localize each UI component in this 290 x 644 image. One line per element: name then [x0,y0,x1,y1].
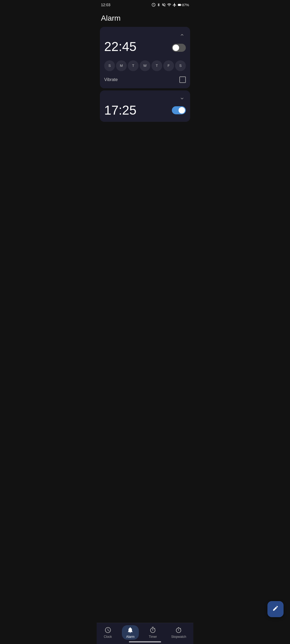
airplane-icon [172,3,177,7]
alarm-card-2: 17:25 [100,90,190,122]
alarm-2-content: 17:25 [104,103,186,118]
alarm-card-1: 22:45 S M T W T F S Vibrate [100,27,190,88]
bluetooth-icon [157,3,161,7]
alarm-2-time[interactable]: 17:25 [104,103,136,118]
alarm-2-header [104,95,186,102]
alarm-1-time[interactable]: 22:45 [104,40,136,54]
alarm-1-time-row: 22:45 [104,40,186,56]
vibrate-label: Vibrate [104,77,118,82]
alarm-1-header [104,31,186,39]
page-title: Alarm [97,10,193,27]
day-thursday[interactable]: T [151,60,162,71]
vibrate-checkbox[interactable] [179,76,186,83]
alarm-2-toggle[interactable] [172,106,186,114]
status-icons: 87% [151,3,189,7]
day-friday[interactable]: F [163,60,174,71]
day-wednesday[interactable]: W [140,60,150,71]
expand-icon[interactable] [178,95,186,102]
status-time: 12:03 [101,3,110,7]
mute-icon [162,3,166,7]
wifi-icon [167,3,171,7]
svg-rect-1 [178,4,180,6]
battery-percent: 87% [182,3,189,7]
alarm-1-days: S M T W T F S [104,60,186,71]
alarm-list: 22:45 S M T W T F S Vibrate [97,27,193,122]
alarm-1-toggle[interactable] [172,44,186,52]
alarm-2-toggle-thumb [179,107,185,114]
day-saturday[interactable]: S [175,60,186,71]
day-tuesday[interactable]: T [128,60,139,71]
status-bar: 12:03 87% [97,0,193,10]
alarm-1-vibrate-row: Vibrate [104,75,186,84]
battery-icon: 87% [178,3,189,7]
day-monday[interactable]: M [116,60,127,71]
day-sunday[interactable]: S [104,60,115,71]
alarm-status-icon [151,3,156,7]
collapse-icon[interactable] [178,31,186,39]
